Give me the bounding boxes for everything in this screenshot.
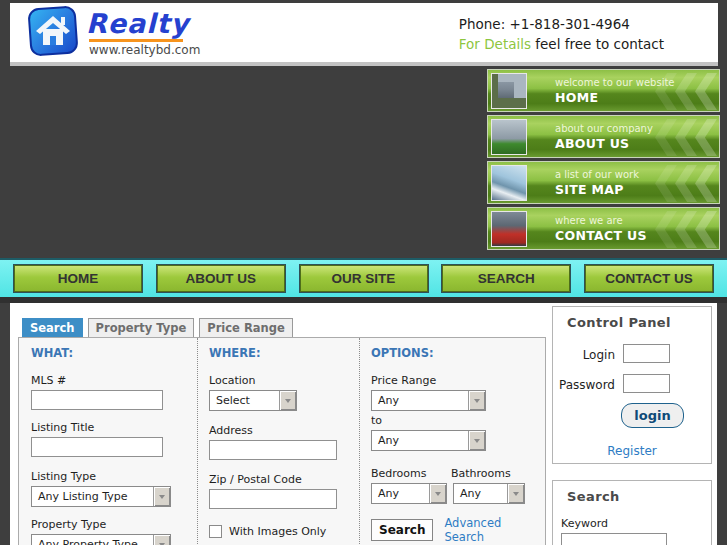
chevron-left-icon — [655, 165, 677, 202]
password-input[interactable] — [623, 374, 670, 393]
chevron-left-icon — [655, 119, 677, 156]
search-button[interactable]: Search — [371, 519, 433, 541]
side-menu-item-home[interactable]: welcome to our website HOME — [487, 69, 720, 112]
listing-type-select[interactable]: Any Listing Type — [31, 486, 171, 507]
listing-type-value: Any Listing Type — [38, 490, 128, 503]
listing-type-label: Listing Type — [31, 470, 191, 483]
dropdown-arrow-icon — [153, 535, 170, 545]
bathrooms-select[interactable]: Any — [453, 483, 525, 504]
chevron-left-icon — [655, 211, 677, 248]
realty-logo[interactable]: Realty www.realtybd.com — [26, 4, 200, 58]
price-from-select[interactable]: Any — [371, 390, 486, 411]
address-input[interactable] — [209, 440, 337, 460]
property-type-select[interactable]: Any Property Type — [31, 534, 171, 545]
bedrooms-select[interactable]: Any — [371, 483, 447, 504]
what-column: WHAT: MLS # Listing Title Listing Type A… — [31, 346, 191, 545]
column-divider — [197, 338, 198, 545]
rooms-selects-row: Any Any — [371, 483, 541, 504]
phone-number: Phone: +1-818-301-4964 — [459, 14, 664, 34]
bathrooms-label: Bathrooms — [451, 467, 523, 480]
location-value: Select — [216, 394, 250, 407]
control-panel-title: Control Panel — [567, 315, 711, 330]
with-images-checkbox[interactable] — [209, 525, 222, 538]
header: Realty www.realtybd.com Phone: +1-818-30… — [10, 3, 718, 66]
site-url: www.realtybd.com — [89, 43, 200, 57]
password-label: Password — [553, 378, 615, 392]
nav-button-our-site[interactable]: OUR SITE — [300, 265, 428, 292]
house-logo-icon — [26, 4, 80, 58]
contact-info: Phone: +1-818-301-4964 For Details feel … — [459, 14, 664, 54]
tab-price-range[interactable]: Price Range — [199, 318, 293, 339]
login-button[interactable]: login — [621, 403, 684, 428]
menu-tagline: about our company — [555, 122, 653, 136]
side-menu-item-contact[interactable]: where we are CONTACT US — [487, 207, 720, 250]
price-from-value: Any — [378, 394, 399, 407]
login-label: Login — [553, 348, 615, 362]
search-form: WHAT: MLS # Listing Title Listing Type A… — [18, 337, 546, 545]
nav-button-search[interactable]: SEARCH — [442, 265, 570, 292]
chevron-left-icon — [675, 211, 697, 248]
where-heading: WHERE: — [209, 346, 351, 360]
sidebar-search-title: Search — [567, 489, 711, 504]
what-heading: WHAT: — [31, 346, 191, 360]
brand-name: Realty — [86, 10, 200, 38]
menu-text: where we are CONTACT US — [555, 214, 647, 243]
search-action-row: Search Advanced Search — [371, 516, 541, 544]
chevron-left-icon — [695, 165, 717, 202]
contact-tagline: For Details feel free to contact — [459, 34, 664, 54]
menu-label: HOME — [555, 90, 675, 105]
dropdown-arrow-icon — [153, 487, 170, 506]
main-navbar: HOME ABOUT US OUR SITE SEARCH CONTACT US — [0, 258, 727, 297]
tab-property-type[interactable]: Property Type — [88, 318, 195, 339]
hero-side-menu: welcome to our website HOME about our co… — [487, 69, 720, 253]
chevron-left-icon — [695, 73, 717, 110]
side-menu-item-about[interactable]: about our company ABOUT US — [487, 115, 720, 158]
bedrooms-label: Bedrooms — [371, 467, 437, 480]
sidebar-search-panel: Search Keyword — [552, 480, 712, 545]
sitemap-thumbnail-image — [491, 165, 527, 201]
zip-input[interactable] — [209, 489, 337, 509]
nav-button-home[interactable]: HOME — [14, 265, 142, 292]
contact-thumbnail-image — [491, 211, 527, 247]
chevron-left-icon — [675, 165, 697, 202]
menu-text: welcome to our website HOME — [555, 76, 675, 105]
property-type-value: Any Property Type — [38, 538, 138, 545]
menu-text: a list of our work SITE MAP — [555, 168, 639, 197]
column-divider — [359, 338, 360, 545]
price-to-select[interactable]: Any — [371, 430, 486, 451]
search-tabs: Search Property Type Price Range — [22, 318, 293, 339]
main-content: Search Property Type Price Range WHAT: M… — [10, 303, 717, 545]
menu-label: CONTACT US — [555, 228, 647, 243]
bathrooms-value: Any — [460, 487, 481, 500]
brand-underline — [89, 39, 183, 42]
location-label: Location — [209, 374, 351, 387]
price-range-label: Price Range — [371, 374, 541, 387]
mls-label: MLS # — [31, 374, 191, 387]
listing-title-input[interactable] — [31, 437, 163, 457]
keyword-label: Keyword — [561, 517, 711, 530]
login-input[interactable] — [623, 344, 670, 363]
dropdown-arrow-icon — [468, 391, 485, 410]
keyword-input[interactable] — [561, 533, 667, 545]
side-menu-item-sitemap[interactable]: a list of our work SITE MAP — [487, 161, 720, 204]
menu-tagline: welcome to our website — [555, 76, 675, 90]
register-link[interactable]: Register — [553, 444, 711, 458]
property-type-label: Property Type — [31, 518, 191, 531]
advanced-search-link[interactable]: Advanced Search — [444, 516, 541, 544]
address-label: Address — [209, 424, 351, 437]
location-select[interactable]: Select — [209, 390, 297, 411]
bedrooms-value: Any — [378, 487, 399, 500]
nav-button-contact-us[interactable]: CONTACT US — [585, 265, 713, 292]
with-images-row: With Images Only — [209, 525, 351, 538]
nav-button-about-us[interactable]: ABOUT US — [157, 265, 285, 292]
menu-tagline: a list of our work — [555, 168, 639, 182]
listing-title-label: Listing Title — [31, 421, 191, 434]
tab-search[interactable]: Search — [22, 318, 83, 339]
chevron-left-icon — [695, 119, 717, 156]
dropdown-arrow-icon — [279, 391, 296, 410]
to-label: to — [371, 414, 541, 427]
menu-label: ABOUT US — [555, 136, 653, 151]
page: Realty www.realtybd.com Phone: +1-818-30… — [0, 0, 727, 545]
mls-input[interactable] — [31, 390, 163, 410]
with-images-label: With Images Only — [229, 525, 326, 538]
